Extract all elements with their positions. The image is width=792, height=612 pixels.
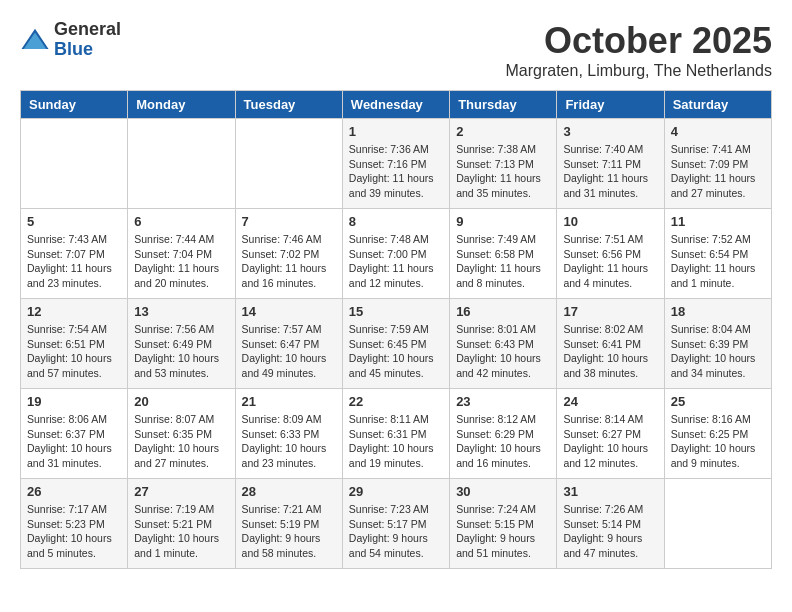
day-number: 1	[349, 124, 443, 139]
day-number: 10	[563, 214, 657, 229]
weekday-header-monday: Monday	[128, 91, 235, 119]
day-info: Sunrise: 8:07 AM Sunset: 6:35 PM Dayligh…	[134, 412, 228, 471]
day-number: 25	[671, 394, 765, 409]
calendar-week-row: 1Sunrise: 7:36 AM Sunset: 7:16 PM Daylig…	[21, 119, 772, 209]
day-number: 2	[456, 124, 550, 139]
calendar-cell: 22Sunrise: 8:11 AM Sunset: 6:31 PM Dayli…	[342, 389, 449, 479]
calendar-cell: 15Sunrise: 7:59 AM Sunset: 6:45 PM Dayli…	[342, 299, 449, 389]
calendar-cell: 12Sunrise: 7:54 AM Sunset: 6:51 PM Dayli…	[21, 299, 128, 389]
day-number: 29	[349, 484, 443, 499]
weekday-header-tuesday: Tuesday	[235, 91, 342, 119]
day-number: 23	[456, 394, 550, 409]
calendar-cell: 17Sunrise: 8:02 AM Sunset: 6:41 PM Dayli…	[557, 299, 664, 389]
calendar-cell: 25Sunrise: 8:16 AM Sunset: 6:25 PM Dayli…	[664, 389, 771, 479]
day-info: Sunrise: 7:44 AM Sunset: 7:04 PM Dayligh…	[134, 232, 228, 291]
calendar-cell: 6Sunrise: 7:44 AM Sunset: 7:04 PM Daylig…	[128, 209, 235, 299]
day-info: Sunrise: 7:46 AM Sunset: 7:02 PM Dayligh…	[242, 232, 336, 291]
day-number: 14	[242, 304, 336, 319]
calendar-cell	[664, 479, 771, 569]
calendar-cell	[21, 119, 128, 209]
day-number: 27	[134, 484, 228, 499]
day-number: 6	[134, 214, 228, 229]
calendar-cell: 23Sunrise: 8:12 AM Sunset: 6:29 PM Dayli…	[450, 389, 557, 479]
day-info: Sunrise: 7:59 AM Sunset: 6:45 PM Dayligh…	[349, 322, 443, 381]
day-info: Sunrise: 8:02 AM Sunset: 6:41 PM Dayligh…	[563, 322, 657, 381]
calendar-cell: 5Sunrise: 7:43 AM Sunset: 7:07 PM Daylig…	[21, 209, 128, 299]
calendar-cell: 21Sunrise: 8:09 AM Sunset: 6:33 PM Dayli…	[235, 389, 342, 479]
day-info: Sunrise: 7:54 AM Sunset: 6:51 PM Dayligh…	[27, 322, 121, 381]
day-number: 20	[134, 394, 228, 409]
calendar-cell: 24Sunrise: 8:14 AM Sunset: 6:27 PM Dayli…	[557, 389, 664, 479]
calendar-cell: 28Sunrise: 7:21 AM Sunset: 5:19 PM Dayli…	[235, 479, 342, 569]
calendar-cell: 30Sunrise: 7:24 AM Sunset: 5:15 PM Dayli…	[450, 479, 557, 569]
calendar-cell: 31Sunrise: 7:26 AM Sunset: 5:14 PM Dayli…	[557, 479, 664, 569]
day-info: Sunrise: 8:06 AM Sunset: 6:37 PM Dayligh…	[27, 412, 121, 471]
day-number: 15	[349, 304, 443, 319]
calendar-cell: 16Sunrise: 8:01 AM Sunset: 6:43 PM Dayli…	[450, 299, 557, 389]
day-info: Sunrise: 7:19 AM Sunset: 5:21 PM Dayligh…	[134, 502, 228, 561]
calendar-cell: 18Sunrise: 8:04 AM Sunset: 6:39 PM Dayli…	[664, 299, 771, 389]
calendar-cell: 7Sunrise: 7:46 AM Sunset: 7:02 PM Daylig…	[235, 209, 342, 299]
calendar-cell: 11Sunrise: 7:52 AM Sunset: 6:54 PM Dayli…	[664, 209, 771, 299]
calendar-week-row: 19Sunrise: 8:06 AM Sunset: 6:37 PM Dayli…	[21, 389, 772, 479]
calendar-cell	[235, 119, 342, 209]
logo-text: General Blue	[54, 20, 121, 60]
weekday-header-wednesday: Wednesday	[342, 91, 449, 119]
day-info: Sunrise: 7:21 AM Sunset: 5:19 PM Dayligh…	[242, 502, 336, 561]
logo-icon	[20, 25, 50, 55]
location: Margraten, Limburg, The Netherlands	[505, 62, 772, 80]
calendar-week-row: 5Sunrise: 7:43 AM Sunset: 7:07 PM Daylig…	[21, 209, 772, 299]
day-info: Sunrise: 7:23 AM Sunset: 5:17 PM Dayligh…	[349, 502, 443, 561]
calendar-cell: 9Sunrise: 7:49 AM Sunset: 6:58 PM Daylig…	[450, 209, 557, 299]
calendar-cell: 20Sunrise: 8:07 AM Sunset: 6:35 PM Dayli…	[128, 389, 235, 479]
day-info: Sunrise: 7:52 AM Sunset: 6:54 PM Dayligh…	[671, 232, 765, 291]
weekday-header-saturday: Saturday	[664, 91, 771, 119]
calendar-cell: 8Sunrise: 7:48 AM Sunset: 7:00 PM Daylig…	[342, 209, 449, 299]
day-info: Sunrise: 7:43 AM Sunset: 7:07 PM Dayligh…	[27, 232, 121, 291]
calendar-week-row: 12Sunrise: 7:54 AM Sunset: 6:51 PM Dayli…	[21, 299, 772, 389]
day-number: 5	[27, 214, 121, 229]
weekday-header-row: SundayMondayTuesdayWednesdayThursdayFrid…	[21, 91, 772, 119]
logo-blue: Blue	[54, 39, 93, 59]
logo-general: General	[54, 19, 121, 39]
calendar-week-row: 26Sunrise: 7:17 AM Sunset: 5:23 PM Dayli…	[21, 479, 772, 569]
day-info: Sunrise: 7:57 AM Sunset: 6:47 PM Dayligh…	[242, 322, 336, 381]
day-info: Sunrise: 7:40 AM Sunset: 7:11 PM Dayligh…	[563, 142, 657, 201]
calendar-cell: 29Sunrise: 7:23 AM Sunset: 5:17 PM Dayli…	[342, 479, 449, 569]
day-number: 18	[671, 304, 765, 319]
calendar-cell: 10Sunrise: 7:51 AM Sunset: 6:56 PM Dayli…	[557, 209, 664, 299]
day-info: Sunrise: 7:36 AM Sunset: 7:16 PM Dayligh…	[349, 142, 443, 201]
calendar-cell: 1Sunrise: 7:36 AM Sunset: 7:16 PM Daylig…	[342, 119, 449, 209]
day-info: Sunrise: 8:04 AM Sunset: 6:39 PM Dayligh…	[671, 322, 765, 381]
day-info: Sunrise: 7:48 AM Sunset: 7:00 PM Dayligh…	[349, 232, 443, 291]
day-number: 22	[349, 394, 443, 409]
page-header: General Blue October 2025 Margraten, Lim…	[20, 20, 772, 80]
day-number: 16	[456, 304, 550, 319]
day-number: 30	[456, 484, 550, 499]
weekday-header-friday: Friday	[557, 91, 664, 119]
calendar-cell: 13Sunrise: 7:56 AM Sunset: 6:49 PM Dayli…	[128, 299, 235, 389]
calendar-cell: 14Sunrise: 7:57 AM Sunset: 6:47 PM Dayli…	[235, 299, 342, 389]
day-info: Sunrise: 7:17 AM Sunset: 5:23 PM Dayligh…	[27, 502, 121, 561]
day-number: 19	[27, 394, 121, 409]
day-number: 21	[242, 394, 336, 409]
day-info: Sunrise: 7:38 AM Sunset: 7:13 PM Dayligh…	[456, 142, 550, 201]
day-number: 8	[349, 214, 443, 229]
day-info: Sunrise: 7:24 AM Sunset: 5:15 PM Dayligh…	[456, 502, 550, 561]
day-info: Sunrise: 8:16 AM Sunset: 6:25 PM Dayligh…	[671, 412, 765, 471]
day-info: Sunrise: 7:41 AM Sunset: 7:09 PM Dayligh…	[671, 142, 765, 201]
day-number: 28	[242, 484, 336, 499]
day-number: 17	[563, 304, 657, 319]
calendar-cell: 19Sunrise: 8:06 AM Sunset: 6:37 PM Dayli…	[21, 389, 128, 479]
day-number: 24	[563, 394, 657, 409]
title-block: October 2025 Margraten, Limburg, The Net…	[505, 20, 772, 80]
day-info: Sunrise: 7:49 AM Sunset: 6:58 PM Dayligh…	[456, 232, 550, 291]
calendar-cell: 26Sunrise: 7:17 AM Sunset: 5:23 PM Dayli…	[21, 479, 128, 569]
day-number: 9	[456, 214, 550, 229]
logo: General Blue	[20, 20, 121, 60]
day-info: Sunrise: 7:51 AM Sunset: 6:56 PM Dayligh…	[563, 232, 657, 291]
day-number: 4	[671, 124, 765, 139]
calendar-cell: 27Sunrise: 7:19 AM Sunset: 5:21 PM Dayli…	[128, 479, 235, 569]
day-number: 31	[563, 484, 657, 499]
month-year: October 2025	[505, 20, 772, 62]
